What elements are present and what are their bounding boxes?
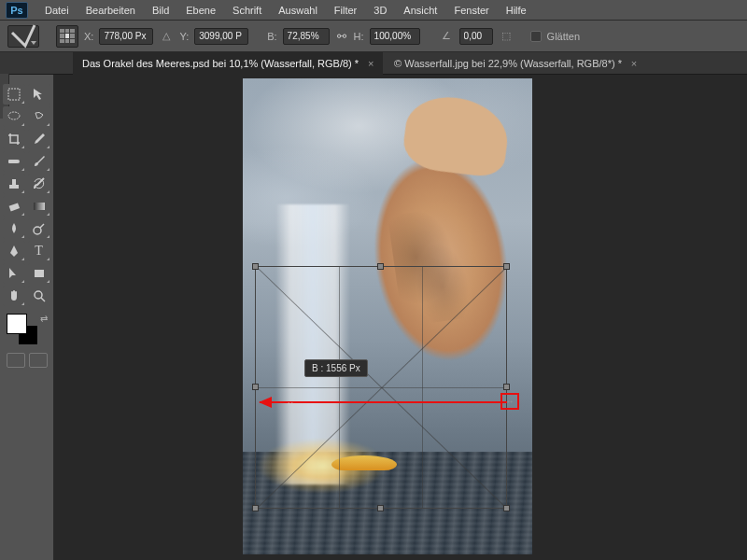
tool-preset-picker[interactable] — [7, 25, 39, 48]
eraser-tool-icon[interactable] — [3, 196, 25, 217]
document-tab-title: Das Orakel des Meeres.psd bei 10,1% (Was… — [82, 58, 359, 69]
menu-window[interactable]: Fenster — [446, 3, 496, 18]
menu-3d[interactable]: 3D — [366, 3, 394, 18]
dodge-tool-icon[interactable] — [28, 218, 50, 239]
link-aspect-icon[interactable]: ⚯ — [335, 30, 348, 43]
angle-input[interactable] — [459, 28, 493, 45]
toolbox: T ⇄ — [0, 75, 54, 560]
smooth-checkbox[interactable] — [530, 31, 542, 42]
type-tool-icon[interactable]: T — [28, 241, 50, 261]
width-label: B: — [267, 31, 276, 42]
color-swatches: ⇄ — [3, 312, 50, 345]
dimension-tooltip: B : 1556 Px — [304, 359, 368, 377]
delta-icon[interactable]: △ — [159, 29, 174, 44]
gradient-tool-icon[interactable] — [28, 196, 50, 217]
marquee-tool-icon[interactable] — [3, 84, 25, 105]
clone-stamp-tool-icon[interactable] — [3, 174, 25, 194]
height-input[interactable] — [370, 28, 420, 45]
annotation-handle-highlight: ↔ — [500, 393, 519, 410]
document-tab[interactable]: Das Orakel des Meeres.psd bei 10,1% (Was… — [73, 52, 383, 75]
svg-rect-7 — [34, 203, 45, 210]
quickmask-mode-icon[interactable] — [29, 353, 48, 368]
healing-brush-tool-icon[interactable] — [3, 151, 25, 172]
path-select-tool-icon[interactable] — [3, 263, 25, 284]
svg-rect-0 — [8, 89, 20, 100]
menu-type[interactable]: Schrift — [225, 3, 269, 18]
annotation-arrow — [260, 401, 507, 403]
smooth-label: Glätten — [547, 31, 580, 42]
swap-colors-icon[interactable]: ⇄ — [40, 314, 48, 324]
y-input[interactable] — [194, 28, 248, 45]
image-waterfall — [275, 204, 350, 484]
image-boat — [331, 455, 397, 470]
reference-point-grid[interactable] — [56, 25, 78, 48]
height-label: H: — [354, 31, 364, 42]
svg-rect-9 — [35, 270, 44, 277]
menu-edit[interactable]: Bearbeiten — [78, 3, 143, 18]
x-input[interactable] — [99, 28, 153, 45]
svg-rect-4 — [9, 185, 19, 189]
menu-bar: Ps Datei Bearbeiten Bild Ebene Schrift A… — [0, 0, 747, 21]
document-tab-strip: Das Orakel des Meeres.psd bei 10,1% (Was… — [0, 52, 747, 75]
angle-icon: ∠ — [439, 29, 454, 44]
svg-point-8 — [34, 227, 41, 234]
hand-tool-icon[interactable] — [3, 286, 25, 306]
menu-filter[interactable]: Filter — [327, 3, 364, 18]
brush-tool-icon[interactable] — [28, 151, 50, 172]
resize-cursor-icon: ↔ — [286, 398, 295, 408]
menu-image[interactable]: Bild — [145, 3, 176, 18]
rectangle-tool-icon[interactable] — [28, 263, 50, 284]
svg-rect-6 — [9, 203, 20, 211]
zoom-tool-icon[interactable] — [28, 286, 50, 306]
document-canvas[interactable] — [243, 78, 532, 554]
document-tab[interactable]: © Wasserfall.jpg bei 22,9% (Wasserfall, … — [385, 52, 646, 75]
foreground-color-swatch[interactable] — [7, 314, 27, 334]
menu-file[interactable]: Datei — [37, 3, 77, 18]
y-label: Y: — [179, 31, 189, 42]
menu-help[interactable]: Hilfe — [499, 3, 534, 18]
close-icon[interactable]: × — [364, 57, 377, 70]
options-bar: X: △ Y: B: ⚯ H: ∠ ⬚ Glätten — [0, 21, 747, 52]
blur-tool-icon[interactable] — [3, 218, 25, 239]
crop-tool-icon[interactable] — [3, 129, 25, 149]
history-brush-tool-icon[interactable] — [28, 174, 50, 194]
svg-point-10 — [35, 291, 42, 299]
move-tool-icon[interactable] — [28, 84, 50, 105]
quick-select-tool-icon[interactable] — [28, 106, 50, 127]
document-tab-title: © Wasserfall.jpg bei 22,9% (Wasserfall, … — [394, 58, 622, 69]
standard-mode-icon[interactable] — [7, 353, 25, 368]
menu-layer[interactable]: Ebene — [178, 3, 223, 18]
svg-point-3 — [16, 160, 20, 163]
canvas-area[interactable]: B : 1556 Px ↔ ↔ — [54, 75, 747, 560]
app-logo[interactable]: Ps — [6, 2, 28, 19]
skew-icon[interactable]: ⬚ — [499, 29, 514, 44]
width-input[interactable] — [283, 28, 330, 45]
menu-select[interactable]: Auswahl — [271, 3, 325, 18]
pen-tool-icon[interactable] — [3, 241, 25, 261]
workspace: T ⇄ — [0, 75, 747, 560]
lasso-tool-icon[interactable] — [3, 106, 25, 127]
menu-view[interactable]: Ansicht — [396, 3, 444, 18]
x-label: X: — [84, 31, 93, 42]
eyedropper-tool-icon[interactable] — [28, 129, 50, 149]
svg-rect-5 — [12, 179, 16, 185]
svg-point-1 — [8, 112, 20, 119]
close-icon[interactable]: × — [627, 57, 641, 70]
